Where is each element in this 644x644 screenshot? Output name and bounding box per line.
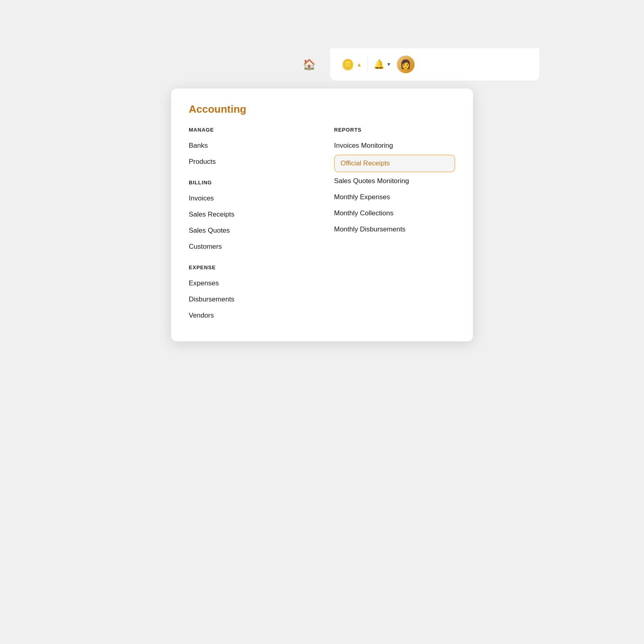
sales-quotes-link[interactable]: Sales Quotes	[189, 223, 310, 239]
disbursements-link[interactable]: Disbursements	[189, 291, 310, 308]
home-icon: 🏠	[303, 58, 316, 71]
avatar-button[interactable]: 👩	[397, 56, 415, 73]
billing-section-label: BILLING	[189, 180, 310, 186]
accounting-dropdown-arrow: ▲	[357, 62, 362, 68]
customers-link[interactable]: Customers	[189, 239, 310, 255]
sales-receipts-link[interactable]: Sales Receipts	[189, 206, 310, 223]
vendors-link[interactable]: Vendors	[189, 308, 310, 324]
left-column: MANAGE Banks Products BILLING Invoices S…	[189, 127, 310, 324]
topbar-divider	[367, 57, 368, 72]
right-column: REPORTS Invoices Monitoring Official Rec…	[334, 127, 455, 324]
invoices-monitoring-link[interactable]: Invoices Monitoring	[334, 138, 455, 154]
menu-title: Accounting	[189, 103, 455, 116]
official-receipts-link[interactable]: Official Receipts	[334, 155, 455, 172]
sales-quotes-monitoring-link[interactable]: Sales Quotes Monitoring	[334, 173, 455, 189]
invoices-link[interactable]: Invoices	[189, 190, 310, 206]
home-button[interactable]: 🏠	[303, 58, 316, 71]
reports-section-label: REPORTS	[334, 127, 455, 133]
accounting-dropdown-menu: Accounting MANAGE Banks Products BILLING…	[171, 89, 473, 341]
expense-section-label: EXPENSE	[189, 264, 310, 270]
bell-icon: 🔔	[374, 59, 384, 70]
accounting-button[interactable]: 🪙 ▲	[341, 58, 362, 71]
avatar: 👩	[397, 56, 415, 73]
monthly-collections-link[interactable]: Monthly Collections	[334, 205, 455, 221]
manage-section-label: MANAGE	[189, 127, 310, 133]
monthly-expenses-link[interactable]: Monthly Expenses	[334, 189, 455, 205]
notification-dropdown-arrow: ▼	[386, 62, 391, 67]
accounting-icon: 🪙	[341, 58, 354, 71]
expenses-link[interactable]: Expenses	[189, 275, 310, 291]
notification-button[interactable]: 🔔 ▼	[374, 59, 391, 70]
banks-link[interactable]: Banks	[189, 138, 310, 154]
products-link[interactable]: Products	[189, 154, 310, 170]
monthly-disbursements-link[interactable]: Monthly Disbursements	[334, 221, 455, 237]
